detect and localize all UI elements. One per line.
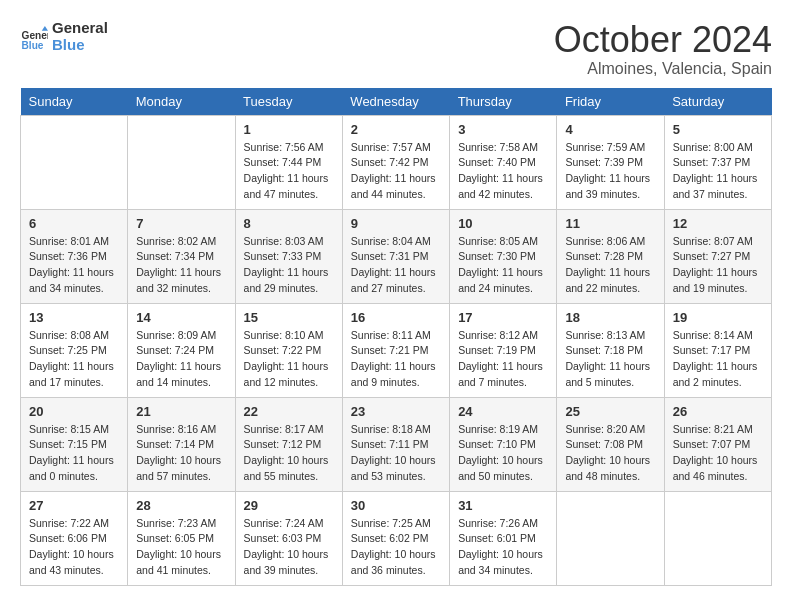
day-info: Sunrise: 7:59 AMSunset: 7:39 PMDaylight:… (565, 140, 655, 203)
calendar-cell (664, 491, 771, 585)
day-number: 18 (565, 310, 655, 325)
day-info: Sunrise: 8:11 AMSunset: 7:21 PMDaylight:… (351, 328, 441, 391)
calendar-cell (557, 491, 664, 585)
calendar-cell: 8Sunrise: 8:03 AMSunset: 7:33 PMDaylight… (235, 209, 342, 303)
weekday-header-saturday: Saturday (664, 88, 771, 116)
page-header: General Blue General Blue October 2024 A… (20, 20, 772, 78)
calendar-cell: 10Sunrise: 8:05 AMSunset: 7:30 PMDayligh… (450, 209, 557, 303)
calendar-cell: 14Sunrise: 8:09 AMSunset: 7:24 PMDayligh… (128, 303, 235, 397)
day-info: Sunrise: 8:17 AMSunset: 7:12 PMDaylight:… (244, 422, 334, 485)
day-info: Sunrise: 8:13 AMSunset: 7:18 PMDaylight:… (565, 328, 655, 391)
day-number: 26 (673, 404, 763, 419)
calendar-cell: 4Sunrise: 7:59 AMSunset: 7:39 PMDaylight… (557, 115, 664, 209)
day-number: 30 (351, 498, 441, 513)
location: Almoines, Valencia, Spain (554, 60, 772, 78)
title-block: October 2024 Almoines, Valencia, Spain (554, 20, 772, 78)
calendar-cell: 5Sunrise: 8:00 AMSunset: 7:37 PMDaylight… (664, 115, 771, 209)
weekday-header-tuesday: Tuesday (235, 88, 342, 116)
day-number: 29 (244, 498, 334, 513)
day-number: 25 (565, 404, 655, 419)
day-number: 11 (565, 216, 655, 231)
day-info: Sunrise: 8:10 AMSunset: 7:22 PMDaylight:… (244, 328, 334, 391)
day-number: 9 (351, 216, 441, 231)
day-info: Sunrise: 8:09 AMSunset: 7:24 PMDaylight:… (136, 328, 226, 391)
day-info: Sunrise: 7:25 AMSunset: 6:02 PMDaylight:… (351, 516, 441, 579)
calendar-body: 1Sunrise: 7:56 AMSunset: 7:44 PMDaylight… (21, 115, 772, 585)
day-info: Sunrise: 7:24 AMSunset: 6:03 PMDaylight:… (244, 516, 334, 579)
calendar-cell: 21Sunrise: 8:16 AMSunset: 7:14 PMDayligh… (128, 397, 235, 491)
day-info: Sunrise: 7:26 AMSunset: 6:01 PMDaylight:… (458, 516, 548, 579)
calendar-cell: 11Sunrise: 8:06 AMSunset: 7:28 PMDayligh… (557, 209, 664, 303)
calendar-week-row: 1Sunrise: 7:56 AMSunset: 7:44 PMDaylight… (21, 115, 772, 209)
calendar-cell: 7Sunrise: 8:02 AMSunset: 7:34 PMDaylight… (128, 209, 235, 303)
day-info: Sunrise: 8:00 AMSunset: 7:37 PMDaylight:… (673, 140, 763, 203)
calendar-cell: 28Sunrise: 7:23 AMSunset: 6:05 PMDayligh… (128, 491, 235, 585)
day-number: 10 (458, 216, 548, 231)
day-info: Sunrise: 7:23 AMSunset: 6:05 PMDaylight:… (136, 516, 226, 579)
logo-text-general: General (52, 20, 108, 37)
weekday-header-sunday: Sunday (21, 88, 128, 116)
day-number: 19 (673, 310, 763, 325)
day-number: 2 (351, 122, 441, 137)
day-number: 6 (29, 216, 119, 231)
weekday-header-wednesday: Wednesday (342, 88, 449, 116)
calendar-week-row: 27Sunrise: 7:22 AMSunset: 6:06 PMDayligh… (21, 491, 772, 585)
calendar-week-row: 13Sunrise: 8:08 AMSunset: 7:25 PMDayligh… (21, 303, 772, 397)
day-number: 16 (351, 310, 441, 325)
calendar-cell: 17Sunrise: 8:12 AMSunset: 7:19 PMDayligh… (450, 303, 557, 397)
day-info: Sunrise: 7:57 AMSunset: 7:42 PMDaylight:… (351, 140, 441, 203)
day-info: Sunrise: 8:12 AMSunset: 7:19 PMDaylight:… (458, 328, 548, 391)
day-number: 28 (136, 498, 226, 513)
day-number: 15 (244, 310, 334, 325)
calendar-week-row: 20Sunrise: 8:15 AMSunset: 7:15 PMDayligh… (21, 397, 772, 491)
calendar-cell: 24Sunrise: 8:19 AMSunset: 7:10 PMDayligh… (450, 397, 557, 491)
day-number: 14 (136, 310, 226, 325)
day-number: 3 (458, 122, 548, 137)
day-number: 7 (136, 216, 226, 231)
day-info: Sunrise: 7:22 AMSunset: 6:06 PMDaylight:… (29, 516, 119, 579)
weekday-header-friday: Friday (557, 88, 664, 116)
svg-marker-2 (42, 26, 48, 31)
logo-text-blue: Blue (52, 37, 108, 54)
day-info: Sunrise: 8:08 AMSunset: 7:25 PMDaylight:… (29, 328, 119, 391)
day-number: 20 (29, 404, 119, 419)
logo: General Blue General Blue (20, 20, 108, 53)
day-info: Sunrise: 8:18 AMSunset: 7:11 PMDaylight:… (351, 422, 441, 485)
calendar-cell: 30Sunrise: 7:25 AMSunset: 6:02 PMDayligh… (342, 491, 449, 585)
calendar-cell: 19Sunrise: 8:14 AMSunset: 7:17 PMDayligh… (664, 303, 771, 397)
day-info: Sunrise: 8:20 AMSunset: 7:08 PMDaylight:… (565, 422, 655, 485)
calendar-week-row: 6Sunrise: 8:01 AMSunset: 7:36 PMDaylight… (21, 209, 772, 303)
calendar-cell: 12Sunrise: 8:07 AMSunset: 7:27 PMDayligh… (664, 209, 771, 303)
weekday-header-monday: Monday (128, 88, 235, 116)
svg-text:Blue: Blue (22, 39, 44, 50)
day-info: Sunrise: 8:21 AMSunset: 7:07 PMDaylight:… (673, 422, 763, 485)
day-number: 8 (244, 216, 334, 231)
day-number: 1 (244, 122, 334, 137)
month-title: October 2024 (554, 20, 772, 60)
day-info: Sunrise: 8:04 AMSunset: 7:31 PMDaylight:… (351, 234, 441, 297)
day-info: Sunrise: 8:06 AMSunset: 7:28 PMDaylight:… (565, 234, 655, 297)
day-number: 22 (244, 404, 334, 419)
day-info: Sunrise: 7:56 AMSunset: 7:44 PMDaylight:… (244, 140, 334, 203)
calendar-cell: 26Sunrise: 8:21 AMSunset: 7:07 PMDayligh… (664, 397, 771, 491)
calendar-cell (21, 115, 128, 209)
logo-icon: General Blue (20, 23, 48, 51)
calendar-table: SundayMondayTuesdayWednesdayThursdayFrid… (20, 88, 772, 586)
calendar-cell: 25Sunrise: 8:20 AMSunset: 7:08 PMDayligh… (557, 397, 664, 491)
calendar-cell: 2Sunrise: 7:57 AMSunset: 7:42 PMDaylight… (342, 115, 449, 209)
day-number: 31 (458, 498, 548, 513)
day-number: 13 (29, 310, 119, 325)
calendar-cell: 22Sunrise: 8:17 AMSunset: 7:12 PMDayligh… (235, 397, 342, 491)
calendar-cell: 9Sunrise: 8:04 AMSunset: 7:31 PMDaylight… (342, 209, 449, 303)
calendar-cell (128, 115, 235, 209)
day-number: 5 (673, 122, 763, 137)
day-number: 4 (565, 122, 655, 137)
day-number: 23 (351, 404, 441, 419)
calendar-cell: 3Sunrise: 7:58 AMSunset: 7:40 PMDaylight… (450, 115, 557, 209)
calendar-cell: 6Sunrise: 8:01 AMSunset: 7:36 PMDaylight… (21, 209, 128, 303)
day-info: Sunrise: 8:01 AMSunset: 7:36 PMDaylight:… (29, 234, 119, 297)
day-info: Sunrise: 8:02 AMSunset: 7:34 PMDaylight:… (136, 234, 226, 297)
day-number: 27 (29, 498, 119, 513)
calendar-cell: 29Sunrise: 7:24 AMSunset: 6:03 PMDayligh… (235, 491, 342, 585)
calendar-cell: 23Sunrise: 8:18 AMSunset: 7:11 PMDayligh… (342, 397, 449, 491)
